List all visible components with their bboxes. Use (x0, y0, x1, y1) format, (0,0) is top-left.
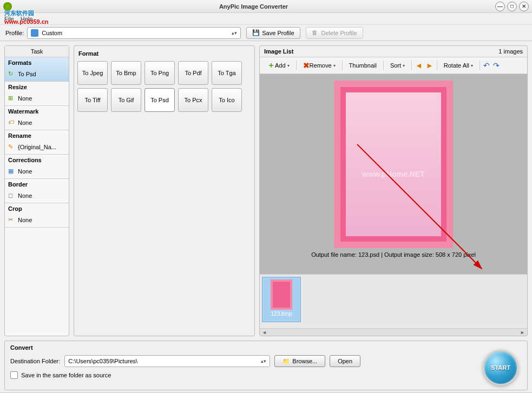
thumbnail-image (271, 279, 292, 310)
save-icon: 💾 (252, 29, 260, 37)
task-title: Rename (5, 130, 69, 141)
task-title: Border (5, 179, 69, 190)
task-value: ✂None (5, 214, 69, 227)
profile-label: Profile: (5, 30, 24, 36)
format-button-to-tga[interactable]: To Tga (212, 61, 242, 85)
next-arrow-icon[interactable]: ► (426, 61, 434, 70)
delete-profile-button[interactable]: 🗑 Delete Profile (306, 27, 363, 39)
horizontal-scrollbar[interactable]: ◄ ► (260, 328, 527, 336)
format-button-to-bmp[interactable]: To Bmp (111, 61, 141, 85)
app-icon (3, 2, 12, 11)
plus-icon: ＋ (267, 61, 275, 70)
task-section-corrections[interactable]: Corrections ▦None (5, 155, 69, 179)
profile-icon (31, 29, 38, 37)
x-icon: ✖ (303, 61, 310, 70)
crop-icon: ✂ (8, 216, 16, 224)
format-button-to-png[interactable]: To Png (145, 61, 175, 85)
main-area: Task Formats ↻To Psd Resize ⊞None Waterm… (0, 41, 532, 341)
task-header: Task (5, 46, 69, 57)
profile-selected: Custom (42, 30, 232, 36)
maximize-button[interactable]: □ (507, 2, 517, 11)
task-value: ▦None (5, 165, 69, 178)
delete-icon: 🗑 (312, 29, 319, 37)
imagelist-count: 1 images (498, 48, 523, 55)
imagelist-title: Image List (264, 48, 498, 55)
prev-arrow-icon[interactable]: ◄ (415, 61, 423, 70)
task-title: Resize (5, 82, 69, 92)
folder-icon: 📁 (283, 358, 290, 365)
scroll-right-icon[interactable]: ► (520, 330, 525, 335)
imagelist-toolbar: ＋ Add ▾ ✖ Remove ▾ Thumbnail Sort ▾ ◄ ► (260, 57, 527, 74)
format-button-to-tiff[interactable]: To Tiff (77, 88, 108, 112)
titlebar: AnyPic Image Converter — □ ✕ (0, 0, 532, 13)
open-button[interactable]: Open (330, 355, 360, 367)
menubar: File Help (0, 13, 532, 25)
format-button-to-psd[interactable]: To Psd (145, 88, 175, 112)
task-value: ↻To Psd (5, 68, 69, 81)
task-section-watermark[interactable]: Watermark 🏷None (5, 106, 69, 130)
rename-icon: ✎ (8, 143, 16, 151)
rotate-all-button[interactable]: Rotate All ▾ (441, 61, 476, 70)
resize-icon: ⊞ (8, 95, 16, 102)
chevron-down-icon: ▾ (471, 63, 473, 68)
task-title: Crop (5, 203, 69, 214)
scroll-left-icon[interactable]: ◄ (262, 330, 267, 335)
image-list-panel: Image List 1 images ＋ Add ▾ ✖ Remove ▾ T… (259, 45, 528, 336)
task-section-resize[interactable]: Resize ⊞None (5, 82, 69, 106)
task-value: ✎{Original_Na... (5, 141, 69, 154)
chevron-down-icon: ▾ (333, 63, 336, 68)
chevron-updown-icon: ▴▾ (261, 358, 266, 364)
menu-file[interactable]: File (4, 16, 14, 22)
sort-button[interactable]: Sort ▾ (387, 61, 408, 70)
corrections-icon: ▦ (8, 168, 16, 175)
chevron-down-icon: ▾ (287, 63, 290, 68)
thumbnail-strip: 123.bmp (260, 274, 527, 328)
chevron-down-icon: ▾ (403, 63, 405, 68)
formats-icon: ↻ (8, 70, 16, 78)
task-section-formats[interactable]: Formats ↻To Psd (5, 57, 69, 82)
format-title: Format (77, 49, 251, 61)
dest-folder-label: Destination Folder: (10, 358, 60, 364)
same-folder-label: Save in the same folder as source (21, 372, 111, 378)
window-title: AnyPic Image Converter (14, 3, 493, 10)
dest-folder-input[interactable]: C:\Users\pc0359\Pictures\ ▴▾ (64, 355, 270, 367)
thumbnail-button[interactable]: Thumbnail (346, 61, 380, 70)
close-button[interactable]: ✕ (519, 2, 529, 11)
browse-button[interactable]: 📁 Browse... (274, 355, 325, 367)
start-button[interactable]: START (483, 350, 518, 385)
task-section-rename[interactable]: Rename ✎{Original_Na... (5, 130, 69, 155)
menu-help[interactable]: Help (21, 16, 33, 22)
task-value: ⊞None (5, 92, 69, 105)
task-value: 🏷None (5, 117, 69, 130)
task-panel: Task Formats ↻To Psd Resize ⊞None Waterm… (4, 45, 69, 336)
add-button[interactable]: ＋ Add ▾ (264, 59, 293, 71)
format-panel: Format To JpegTo BmpTo PngTo PdfTo TgaTo… (74, 45, 255, 336)
preview-image (334, 81, 453, 248)
thumbnail-item[interactable]: 123.bmp (262, 277, 301, 322)
profile-select[interactable]: Custom ▴▾ (27, 27, 241, 39)
redo-icon[interactable]: ↷ (493, 61, 500, 70)
task-title: Corrections (5, 155, 69, 165)
task-section-crop[interactable]: Crop ✂None (5, 203, 69, 228)
task-section-border[interactable]: Border ◻None (5, 179, 69, 203)
chevron-updown-icon: ▴▾ (232, 30, 237, 36)
undo-icon[interactable]: ↶ (483, 61, 490, 70)
task-title: Watermark (5, 106, 69, 117)
profile-row: Profile: Custom ▴▾ 💾 Save Profile 🗑 Dele… (0, 25, 532, 41)
save-profile-button[interactable]: 💾 Save Profile (246, 27, 300, 39)
same-folder-checkbox[interactable] (10, 371, 18, 379)
task-value: ◻None (5, 190, 69, 203)
format-button-to-pcx[interactable]: To Pcx (178, 88, 208, 112)
border-icon: ◻ (8, 192, 16, 199)
task-title: Formats (5, 57, 69, 68)
format-button-to-jpeg[interactable]: To Jpeg (77, 61, 108, 85)
format-button-to-pdf[interactable]: To Pdf (178, 61, 208, 85)
minimize-button[interactable]: — (495, 2, 505, 11)
remove-button[interactable]: ✖ Remove ▾ (300, 60, 339, 71)
watermark-icon: 🏷 (8, 119, 16, 126)
convert-title: Convert (10, 344, 522, 351)
format-button-to-ico[interactable]: To Ico (212, 88, 242, 112)
preview-area: www.pHome.NET Output file name: 123.psd … (260, 74, 527, 274)
convert-panel: Convert Destination Folder: C:\Users\pc0… (4, 341, 528, 390)
format-button-to-gif[interactable]: To Gif (111, 88, 141, 112)
